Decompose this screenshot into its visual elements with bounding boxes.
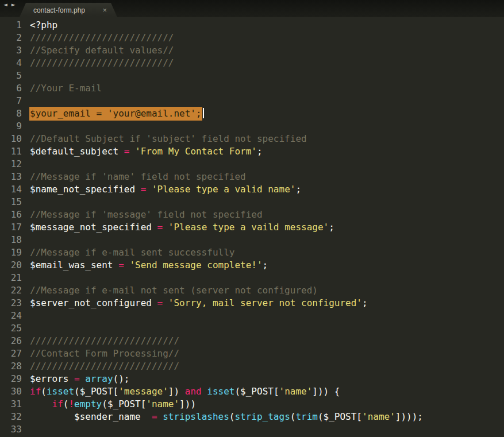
line-number[interactable]: 21 [0, 272, 22, 284]
code-text [22, 120, 30, 133]
code-line[interactable]: 12 [0, 158, 504, 171]
code-line[interactable]: 9 [0, 120, 504, 133]
line-number[interactable]: 10 [0, 133, 22, 145]
code-text [22, 310, 30, 322]
line-number[interactable]: 31 [0, 398, 22, 411]
token-str: 'message' [118, 386, 168, 397]
token-comment: //Your E-mail [30, 83, 102, 94]
code-line[interactable]: 24 [0, 310, 504, 322]
token-comment: //Contact Form Processing// [30, 348, 179, 359]
code-line[interactable]: 27//Contact Form Processing// [0, 347, 504, 360]
token-str: 'From My Contact Form' [135, 146, 257, 157]
line-number[interactable]: 8 [0, 107, 22, 120]
line-number[interactable]: 32 [0, 411, 22, 423]
code-line[interactable]: 3//Specify default values// [0, 44, 504, 57]
line-number[interactable]: 18 [0, 234, 22, 246]
code-line[interactable]: 21 [0, 272, 504, 284]
code-text: ////////////////////////// [22, 32, 174, 44]
code-line[interactable]: 4////////////////////////// [0, 57, 504, 69]
code-line[interactable]: 17$message_not_specified = 'Please type … [0, 221, 504, 234]
tab-close-icon[interactable]: × [102, 6, 107, 14]
code-line[interactable]: 31 if(!empty($_POST['name'])) [0, 398, 504, 411]
token-comment: //Message if e-mail sent successfully [30, 247, 234, 258]
code-text [22, 95, 30, 107]
line-number[interactable]: 12 [0, 158, 22, 171]
line-number[interactable]: 22 [0, 284, 22, 297]
code-text: $message_not_specified = 'Please type a … [22, 221, 334, 234]
code-line[interactable]: 1<?php [0, 19, 504, 32]
code-text [22, 196, 30, 208]
line-number[interactable]: 1 [0, 19, 22, 32]
token-plain: ($_POST[ [74, 386, 118, 397]
code-line[interactable]: 33 [0, 423, 504, 436]
token-op: = [74, 373, 80, 384]
code-line[interactable]: 29$errors = array(); [0, 373, 504, 385]
code-line[interactable]: 7 [0, 95, 504, 107]
line-number[interactable]: 28 [0, 360, 22, 373]
token-op: ! [68, 399, 74, 409]
code-area[interactable]: 1<?php2//////////////////////////3//Spec… [0, 17, 504, 436]
code-line[interactable]: 13//Message if 'name' field not specifie… [0, 171, 504, 183]
line-number[interactable]: 3 [0, 44, 22, 57]
line-number[interactable]: 25 [0, 322, 22, 335]
line-number[interactable]: 6 [0, 82, 22, 95]
code-line[interactable]: 10//Default Subject if 'subject' field n… [0, 133, 504, 145]
code-line[interactable]: 14$name_not_specified = 'Please type a v… [0, 183, 504, 196]
token-comment: ////////////////////////// [30, 32, 174, 43]
nav-forward-icon[interactable]: ► [11, 2, 16, 7]
line-number[interactable]: 13 [0, 171, 22, 183]
token-plain: ; [362, 297, 368, 308]
code-line[interactable]: 32 $sender_name = stripslashes(strip_tag… [0, 411, 504, 423]
code-line[interactable]: 18 [0, 234, 504, 246]
line-number[interactable]: 14 [0, 183, 22, 196]
line-number[interactable]: 19 [0, 246, 22, 259]
token-fn: trim [295, 411, 318, 422]
line-number[interactable]: 9 [0, 120, 22, 133]
code-line[interactable]: 5 [0, 69, 504, 82]
line-number[interactable]: 2 [0, 32, 22, 44]
code-line[interactable]: 30if(isset($_POST['message']) and isset(… [0, 385, 504, 398]
line-number[interactable]: 7 [0, 95, 22, 107]
code-line[interactable]: 2////////////////////////// [0, 32, 504, 44]
token-str: 'Send message complete!' [129, 260, 262, 270]
code-line[interactable]: 6//Your E-mail [0, 82, 504, 95]
code-line[interactable]: 11$default_subject = 'From My Contact Fo… [0, 145, 504, 158]
line-number[interactable]: 27 [0, 347, 22, 360]
code-text: /////////////////////////// [22, 360, 179, 373]
line-number[interactable]: 11 [0, 145, 22, 158]
code-line[interactable]: 8$your_email = 'your@email.net'; [0, 107, 504, 120]
token-comment: //Message if 'message' field not specifi… [30, 209, 263, 220]
code-text: ////////////////////////// [22, 57, 174, 69]
code-line[interactable]: 23$server_not_configured = 'Sorry, mail … [0, 297, 504, 310]
line-number[interactable]: 20 [0, 259, 22, 272]
code-text: $sender_name = stripslashes(strip_tags(t… [22, 411, 423, 423]
line-number[interactable]: 17 [0, 221, 22, 234]
token-comment: //Specify default values// [30, 45, 174, 56]
line-number[interactable]: 23 [0, 297, 22, 310]
code-line[interactable]: 20$email_was_sent = 'Send message comple… [0, 259, 504, 272]
code-line[interactable]: 26/////////////////////////// [0, 335, 504, 347]
nav-back-icon[interactable]: ◄ [3, 2, 7, 7]
tab-contact-form-php[interactable]: contact-form.php × [20, 3, 117, 17]
code-line[interactable]: 15 [0, 196, 504, 208]
code-line[interactable]: 22//Message if e-mail not sent (server n… [0, 284, 504, 297]
line-number[interactable]: 4 [0, 57, 22, 69]
code-line[interactable]: 19//Message if e-mail sent successfully [0, 246, 504, 259]
token-str: 'Sorry, mail server not configured' [168, 297, 362, 308]
code-line[interactable]: 28/////////////////////////// [0, 360, 504, 373]
line-number[interactable]: 33 [0, 423, 22, 436]
line-number[interactable]: 5 [0, 69, 22, 82]
line-number[interactable]: 24 [0, 310, 22, 322]
line-number[interactable]: 29 [0, 373, 22, 385]
token-plain: ( [41, 386, 47, 397]
line-number[interactable]: 16 [0, 208, 22, 221]
line-number[interactable]: 26 [0, 335, 22, 347]
code-line[interactable]: 16//Message if 'message' field not speci… [0, 208, 504, 221]
token-plain: $sender_name [30, 411, 152, 422]
token-plain: $email_was_sent [30, 260, 118, 270]
line-number[interactable]: 15 [0, 196, 22, 208]
code-text: $name_not_specified = 'Please type a val… [22, 183, 301, 196]
line-number[interactable]: 30 [0, 385, 22, 398]
token-plain: ($_POST[ [318, 411, 362, 422]
code-line[interactable]: 25 [0, 322, 504, 335]
